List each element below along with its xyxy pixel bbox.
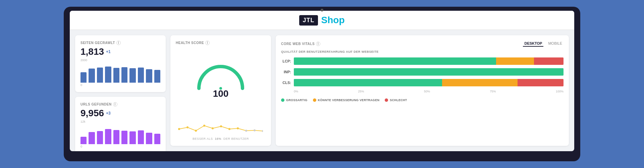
svg-point-10 bbox=[254, 129, 256, 131]
camera-dot bbox=[321, 9, 323, 11]
laptop-frame: JTL Shop SEITEN GECRAWLT i 1,813 bbox=[64, 7, 580, 161]
bar-item bbox=[138, 68, 144, 83]
cwv-axis: 0% 25% 50% 75% 100% bbox=[281, 90, 564, 93]
screen: JTL Shop SEITEN GECRAWLT i 1,813 bbox=[70, 11, 574, 151]
left-panels: SEITEN GECRAWLT i 1,813 +1 2000 0 bbox=[75, 35, 166, 146]
sparkline-svg bbox=[176, 119, 263, 136]
bar-item bbox=[154, 134, 160, 144]
legend-dot-yellow bbox=[313, 98, 316, 102]
cwv-header: CORE WEB VITALS i DESKTOP MOBILE bbox=[281, 41, 564, 47]
sparkline-container: BESSER ALS 16% DER BENUTZER bbox=[176, 119, 266, 140]
cls-bar-row: CLS: bbox=[281, 79, 564, 86]
svg-point-5 bbox=[212, 127, 214, 129]
svg-point-9 bbox=[245, 130, 247, 132]
bar-item bbox=[113, 68, 119, 83]
cwv-title-label: CORE WEB VITALS i bbox=[281, 42, 320, 46]
bar-item bbox=[105, 129, 111, 144]
content-area: SEITEN GECRAWLT i 1,813 +1 2000 0 bbox=[70, 30, 574, 151]
legend-dot-green bbox=[281, 98, 284, 102]
bar-item bbox=[146, 133, 152, 144]
lcp-seg-green bbox=[294, 57, 496, 65]
svg-point-7 bbox=[228, 128, 230, 130]
bar-item bbox=[121, 67, 127, 83]
seiten-delta: +1 bbox=[106, 49, 111, 54]
tab-desktop[interactable]: DESKTOP bbox=[523, 41, 543, 47]
urls-bar-chart bbox=[80, 124, 160, 144]
cls-seg-yellow bbox=[442, 79, 518, 86]
gauge-number: 100 bbox=[213, 88, 229, 99]
bar-item bbox=[113, 130, 119, 144]
bar-item bbox=[121, 131, 127, 144]
seiten-gecrawlt-panel: SEITEN GECRAWLT i 1,813 +1 2000 0 bbox=[75, 35, 166, 92]
bar-item bbox=[129, 131, 136, 144]
info-icon-urls[interactable]: i bbox=[113, 102, 117, 107]
bar-item bbox=[89, 132, 95, 144]
bar-item bbox=[80, 72, 87, 83]
info-icon-seiten[interactable]: i bbox=[116, 41, 121, 45]
seiten-gecrawlt-value: 1,813 +1 bbox=[80, 46, 160, 57]
header-bar: JTL Shop bbox=[70, 11, 574, 30]
core-web-vitals-panel: CORE WEB VITALS i DESKTOP MOBILE QUALITÄ… bbox=[276, 35, 569, 146]
urls-delta: +3 bbox=[106, 111, 111, 116]
info-icon-cwv[interactable]: i bbox=[316, 42, 320, 46]
svg-point-2 bbox=[186, 126, 189, 128]
lcp-label: LCP: bbox=[281, 59, 291, 63]
gauge-container: 100 bbox=[176, 45, 266, 116]
inp-seg-green bbox=[294, 68, 564, 76]
bar-item bbox=[129, 68, 136, 83]
inp-bar-track bbox=[294, 68, 564, 76]
seiten-gecrawlt-label: SEITEN GECRAWLT i bbox=[80, 41, 160, 45]
svg-point-11 bbox=[262, 130, 263, 132]
urls-gefunden-label: URLS GEFUNDEN i bbox=[80, 102, 160, 107]
bar-item bbox=[154, 70, 160, 83]
bar-item bbox=[97, 68, 103, 83]
shop-label: Shop bbox=[321, 15, 345, 26]
bar-item bbox=[138, 130, 144, 144]
bar-item bbox=[146, 69, 152, 83]
legend-grossartig: GROSSARTIG bbox=[281, 98, 308, 102]
health-score-panel: HEALTH SCORE i 100 bbox=[170, 35, 271, 146]
svg-point-6 bbox=[220, 125, 222, 127]
svg-point-1 bbox=[178, 128, 180, 130]
bar-item bbox=[80, 137, 87, 144]
bar-item bbox=[97, 131, 103, 144]
tab-mobile[interactable]: MOBILE bbox=[547, 41, 564, 47]
inp-bar-row: INP: bbox=[281, 68, 564, 76]
svg-point-3 bbox=[195, 130, 197, 132]
seiten-bar-chart bbox=[80, 62, 160, 83]
lcp-seg-yellow bbox=[496, 57, 534, 65]
legend-dot-red bbox=[385, 98, 388, 102]
bar-item bbox=[89, 69, 95, 83]
inp-label: INP: bbox=[281, 70, 291, 74]
lcp-bar-track bbox=[294, 57, 564, 65]
axis-bottom-urls: 0 bbox=[80, 145, 160, 148]
lcp-seg-red bbox=[534, 57, 564, 65]
axis-top-seiten: 2000 bbox=[80, 58, 160, 62]
cls-seg-green bbox=[294, 79, 442, 86]
gauge-svg bbox=[194, 61, 248, 92]
svg-point-8 bbox=[237, 127, 239, 129]
legend-schlecht: SCHLECHT bbox=[385, 98, 407, 102]
sparkline-label: BESSER ALS 16% DER BENUTZER bbox=[176, 137, 266, 140]
cwv-legend: GROSSARTIG KÖNNTE VERBESSERUNG VERTRAGEN… bbox=[281, 98, 564, 102]
laptop-wrapper: JTL Shop SEITEN GECRAWLT i 1,813 bbox=[64, 7, 580, 161]
cls-bar-track bbox=[294, 79, 564, 86]
axis-bottom-seiten: 0 bbox=[80, 83, 160, 87]
bar-item bbox=[105, 67, 111, 83]
cwv-tabs: DESKTOP MOBILE bbox=[523, 41, 564, 47]
legend-verbesserung: KÖNNTE VERBESSERUNG VERTRAGEN bbox=[313, 98, 380, 102]
svg-point-4 bbox=[203, 125, 205, 127]
cls-seg-red bbox=[518, 79, 564, 86]
urls-gefunden-value: 9,956 +3 bbox=[80, 108, 160, 119]
info-icon-health[interactable]: i bbox=[205, 41, 210, 45]
lcp-bar-row: LCP: bbox=[281, 57, 564, 65]
cwv-subtitle: QUALITÄT DER BENUTZERERFAHRUNG AUF DER W… bbox=[281, 50, 564, 53]
health-score-label: HEALTH SCORE i bbox=[176, 41, 266, 45]
urls-gefunden-panel: URLS GEFUNDEN i 9,956 +3 12k 0 bbox=[75, 97, 166, 151]
axis-top-urls: 12k bbox=[80, 120, 160, 123]
jtl-logo: JTL bbox=[299, 15, 318, 26]
cls-label: CLS: bbox=[281, 81, 291, 85]
